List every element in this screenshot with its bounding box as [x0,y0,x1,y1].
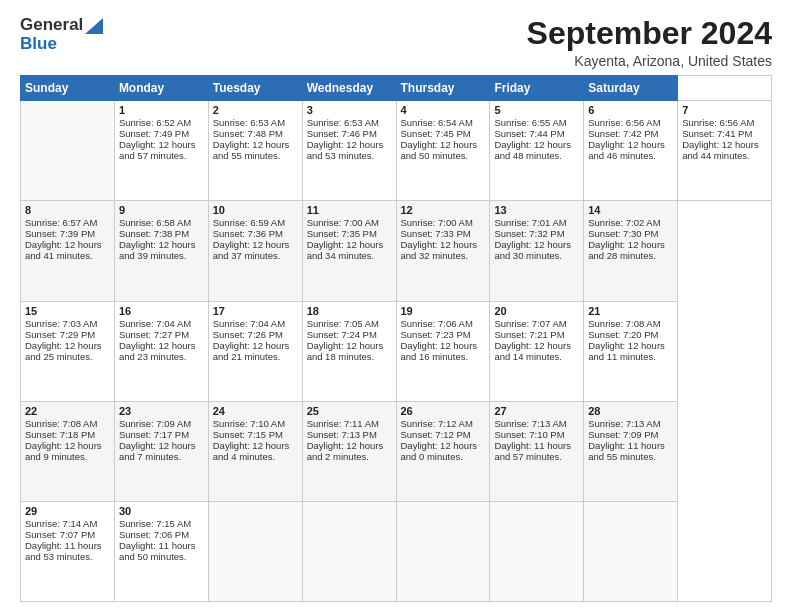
table-row: 10Sunrise: 6:59 AMSunset: 7:36 PMDayligh… [208,201,302,301]
sunset: Sunset: 7:27 PM [119,329,189,340]
sunrise: Sunrise: 7:00 AM [307,217,379,228]
day-number: 7 [682,104,767,116]
table-row: 25Sunrise: 7:11 AMSunset: 7:13 PMDayligh… [302,401,396,501]
sunset: Sunset: 7:38 PM [119,228,189,239]
sunset: Sunset: 7:12 PM [401,429,471,440]
sunset: Sunset: 7:36 PM [213,228,283,239]
calendar-week-row: 22Sunrise: 7:08 AMSunset: 7:18 PMDayligh… [21,401,772,501]
logo-general: General [20,16,83,35]
daylight: Daylight: 12 hours and 46 minutes. [588,139,665,161]
sunrise: Sunrise: 7:08 AM [588,318,660,329]
month-title: September 2024 [527,16,772,51]
day-number: 24 [213,405,298,417]
daylight: Daylight: 12 hours and 41 minutes. [25,239,102,261]
daylight: Daylight: 12 hours and 16 minutes. [401,340,478,362]
daylight: Daylight: 12 hours and 50 minutes. [401,139,478,161]
sunrise: Sunrise: 6:53 AM [213,117,285,128]
daylight: Daylight: 12 hours and 32 minutes. [401,239,478,261]
calendar-header-row: Sunday Monday Tuesday Wednesday Thursday… [21,76,772,101]
sunrise: Sunrise: 6:54 AM [401,117,473,128]
sunrise: Sunrise: 7:01 AM [494,217,566,228]
sunrise: Sunrise: 6:52 AM [119,117,191,128]
daylight: Daylight: 12 hours and 28 minutes. [588,239,665,261]
sunset: Sunset: 7:32 PM [494,228,564,239]
sunrise: Sunrise: 6:59 AM [213,217,285,228]
daylight: Daylight: 12 hours and 21 minutes. [213,340,290,362]
header: General Blue September 2024 Kayenta, Ari… [20,16,772,69]
day-number: 16 [119,305,204,317]
table-row [302,501,396,601]
daylight: Daylight: 12 hours and 25 minutes. [25,340,102,362]
day-number: 8 [25,204,110,216]
sunrise: Sunrise: 6:56 AM [682,117,754,128]
day-number: 20 [494,305,579,317]
daylight: Daylight: 12 hours and 55 minutes. [213,139,290,161]
sunrise: Sunrise: 6:58 AM [119,217,191,228]
daylight: Daylight: 12 hours and 57 minutes. [119,139,196,161]
sunset: Sunset: 7:42 PM [588,128,658,139]
table-row: 14Sunrise: 7:02 AMSunset: 7:30 PMDayligh… [584,201,678,301]
day-number: 13 [494,204,579,216]
sunset: Sunset: 7:07 PM [25,529,95,540]
table-row: 22Sunrise: 7:08 AMSunset: 7:18 PMDayligh… [21,401,115,501]
sunrise: Sunrise: 7:10 AM [213,418,285,429]
day-number: 5 [494,104,579,116]
sunset: Sunset: 7:33 PM [401,228,471,239]
table-row: 19Sunrise: 7:06 AMSunset: 7:23 PMDayligh… [396,301,490,401]
table-row [21,101,115,201]
day-number: 12 [401,204,486,216]
table-row: 8Sunrise: 6:57 AMSunset: 7:39 PMDaylight… [21,201,115,301]
calendar-week-row: 1Sunrise: 6:52 AMSunset: 7:49 PMDaylight… [21,101,772,201]
sunset: Sunset: 7:46 PM [307,128,377,139]
sunset: Sunset: 7:10 PM [494,429,564,440]
sunrise: Sunrise: 7:09 AM [119,418,191,429]
sunset: Sunset: 7:41 PM [682,128,752,139]
sunset: Sunset: 7:13 PM [307,429,377,440]
sunset: Sunset: 7:29 PM [25,329,95,340]
table-row: 18Sunrise: 7:05 AMSunset: 7:24 PMDayligh… [302,301,396,401]
daylight: Daylight: 12 hours and 34 minutes. [307,239,384,261]
daylight: Daylight: 12 hours and 4 minutes. [213,440,290,462]
day-number: 14 [588,204,673,216]
table-row: 2Sunrise: 6:53 AMSunset: 7:48 PMDaylight… [208,101,302,201]
title-area: September 2024 Kayenta, Arizona, United … [527,16,772,69]
col-tuesday: Tuesday [208,76,302,101]
table-row: 27Sunrise: 7:13 AMSunset: 7:10 PMDayligh… [490,401,584,501]
sunset: Sunset: 7:06 PM [119,529,189,540]
table-row [208,501,302,601]
table-row: 21Sunrise: 7:08 AMSunset: 7:20 PMDayligh… [584,301,678,401]
calendar-week-row: 8Sunrise: 6:57 AMSunset: 7:39 PMDaylight… [21,201,772,301]
svg-marker-0 [85,18,103,34]
sunrise: Sunrise: 7:15 AM [119,518,191,529]
daylight: Daylight: 11 hours and 53 minutes. [25,540,102,562]
sunset: Sunset: 7:39 PM [25,228,95,239]
day-number: 18 [307,305,392,317]
col-saturday: Saturday [584,76,678,101]
table-row: 23Sunrise: 7:09 AMSunset: 7:17 PMDayligh… [114,401,208,501]
daylight: Daylight: 11 hours and 57 minutes. [494,440,571,462]
sunrise: Sunrise: 7:07 AM [494,318,566,329]
sunset: Sunset: 7:35 PM [307,228,377,239]
day-number: 9 [119,204,204,216]
table-row: 17Sunrise: 7:04 AMSunset: 7:26 PMDayligh… [208,301,302,401]
day-number: 6 [588,104,673,116]
day-number: 2 [213,104,298,116]
table-row: 7Sunrise: 6:56 AMSunset: 7:41 PMDaylight… [678,101,772,201]
day-number: 17 [213,305,298,317]
table-row: 3Sunrise: 6:53 AMSunset: 7:46 PMDaylight… [302,101,396,201]
day-number: 21 [588,305,673,317]
sunrise: Sunrise: 7:13 AM [588,418,660,429]
day-number: 28 [588,405,673,417]
table-row: 9Sunrise: 6:58 AMSunset: 7:38 PMDaylight… [114,201,208,301]
logo-icon [85,18,103,34]
table-row: 13Sunrise: 7:01 AMSunset: 7:32 PMDayligh… [490,201,584,301]
daylight: Daylight: 12 hours and 23 minutes. [119,340,196,362]
table-row [490,501,584,601]
table-row: 4Sunrise: 6:54 AMSunset: 7:45 PMDaylight… [396,101,490,201]
sunrise: Sunrise: 7:00 AM [401,217,473,228]
sunrise: Sunrise: 7:11 AM [307,418,379,429]
sunrise: Sunrise: 6:53 AM [307,117,379,128]
daylight: Daylight: 12 hours and 37 minutes. [213,239,290,261]
day-number: 22 [25,405,110,417]
day-number: 26 [401,405,486,417]
